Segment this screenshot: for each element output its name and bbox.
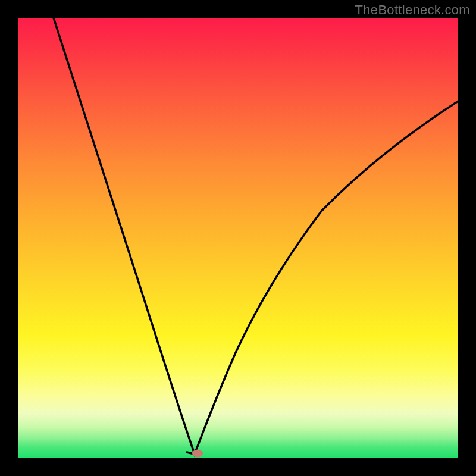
chart-frame: TheBottleneck.com xyxy=(0,0,476,476)
bottleneck-curve xyxy=(18,18,458,458)
watermark-text: TheBottleneck.com xyxy=(355,2,470,18)
curve-path xyxy=(54,18,458,454)
plot-area xyxy=(18,18,458,458)
minimum-marker xyxy=(192,450,203,458)
